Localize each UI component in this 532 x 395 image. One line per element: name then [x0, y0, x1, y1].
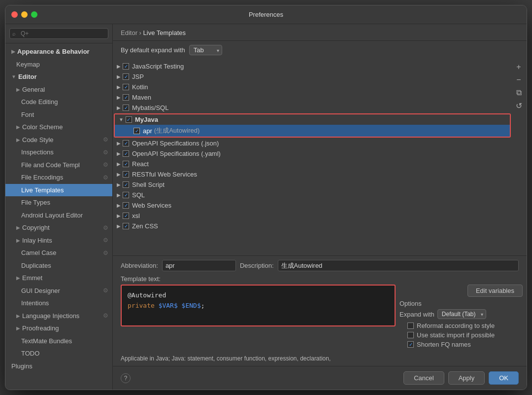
group-checkbox[interactable] — [123, 150, 129, 157]
static-import-checkbox[interactable] — [407, 332, 414, 338]
sidebar-item-gui-designer[interactable]: GUI Designer ⚙ — [5, 285, 112, 297]
ok-button[interactable]: OK — [489, 371, 519, 385]
right-options: Edit variables Options Expand with Defau… — [399, 285, 523, 349]
expand-with-options-select[interactable]: Default (Tab) Tab Enter Space — [437, 309, 486, 319]
chevron-right-icon: ▶ — [117, 141, 121, 146]
sidebar-item-language-injections[interactable]: ▶ Language Injections ⚙ — [5, 310, 112, 323]
reformat-checkbox[interactable] — [407, 323, 414, 329]
options-label: Options — [399, 300, 523, 307]
close-button[interactable] — [11, 11, 18, 18]
sidebar-item-inlay-hints[interactable]: ▶ Inlay Hints ⚙ — [5, 234, 112, 247]
sidebar-item-intentions[interactable]: Intentions — [5, 297, 112, 310]
list-item[interactable]: ▶ React — [113, 159, 512, 169]
sidebar-item-editor[interactable]: ▼ Editor — [5, 71, 112, 83]
sidebar-item-code-style[interactable]: ▶ Code Style ⚙ — [5, 134, 112, 146]
list-item[interactable]: ▶ OpenAPI Specifications (.json) — [113, 138, 512, 148]
sidebar-item-textmate[interactable]: TextMate Bundles — [5, 335, 112, 348]
sidebar-item-camel-case[interactable]: Camel Case ⚙ — [5, 247, 112, 259]
sidebar-item-android-layout[interactable]: Android Layout Editor — [5, 209, 112, 222]
group-checkbox[interactable] — [123, 202, 129, 209]
sidebar-item-plugins[interactable]: Plugins — [5, 360, 112, 373]
chevron-right-icon: ▶ — [117, 74, 121, 79]
apply-button[interactable]: Apply — [448, 371, 485, 385]
group-checkbox[interactable] — [123, 73, 129, 80]
group-checkbox[interactable] — [123, 192, 129, 198]
remove-button[interactable]: − — [513, 74, 525, 86]
list-item[interactable]: ▶ OpenAPI Specifications (.yaml) — [113, 148, 512, 159]
edit-variables-button[interactable]: Edit variables — [467, 285, 523, 297]
item-checkbox[interactable] — [133, 128, 140, 134]
abbreviation-input[interactable] — [162, 260, 236, 271]
chevron-right-icon: ▶ — [16, 324, 20, 332]
list-item[interactable]: ▶ Mybatis/SQL — [113, 103, 512, 113]
expand-with-select[interactable]: Tab Enter Space — [189, 45, 222, 55]
list-item[interactable]: ▼ MyJava — [115, 114, 510, 125]
list-item[interactable]: ▶ Shell Script — [113, 180, 512, 190]
reformat-label: Reformat according to style — [417, 322, 495, 329]
shorten-fq-checkbox[interactable] — [407, 341, 414, 348]
sidebar-item-live-templates[interactable]: Live Templates — [5, 184, 112, 197]
sidebar-item-duplicates[interactable]: Duplicates — [5, 259, 112, 272]
group-checkbox[interactable] — [123, 84, 129, 90]
sidebar-item-file-types[interactable]: File Types — [5, 196, 112, 209]
template-code-options: @Autowired private $VAR$ $END$; Edit var… — [113, 285, 527, 349]
group-checkbox[interactable] — [123, 63, 129, 70]
copy-button[interactable]: ⧉ — [513, 87, 525, 99]
list-item[interactable]: ▶ Web Services — [113, 200, 512, 211]
nav-items: ▶ Appearance & Behavior Keymap ▼ Editor … — [5, 43, 112, 390]
group-checkbox[interactable] — [126, 116, 132, 123]
sidebar-item-font[interactable]: Font — [5, 108, 112, 121]
group-checkbox[interactable] — [123, 140, 129, 146]
minimize-button[interactable] — [21, 11, 28, 18]
group-checkbox[interactable] — [123, 213, 129, 219]
code-keyword: private — [128, 302, 159, 309]
list-item[interactable]: apr (生成Autowired) — [115, 125, 510, 137]
sidebar-item-general[interactable]: ▶ General — [5, 83, 112, 96]
chevron-right-icon: ▶ — [11, 48, 15, 55]
list-item[interactable]: ▶ JavaScript Testing — [113, 61, 512, 72]
group-checkbox[interactable] — [123, 105, 129, 111]
list-item[interactable]: ▶ Zen CSS — [113, 221, 512, 231]
shorten-fq-checkbox-row: Shorten FQ names — [399, 340, 523, 349]
list-item[interactable]: ▶ xsl — [113, 211, 512, 221]
sidebar-item-color-scheme[interactable]: ▶ Color Scheme — [5, 121, 112, 134]
sidebar-item-copyright[interactable]: ▶ Copyright ⚙ — [5, 221, 112, 234]
sidebar-item-file-encodings[interactable]: File Encodings ⚙ — [5, 171, 112, 184]
abbreviation-label: Abbreviation: — [121, 262, 158, 269]
help-button[interactable]: ? — [121, 373, 131, 383]
gear-icon: ⚙ — [103, 148, 108, 157]
description-input[interactable] — [278, 260, 519, 271]
chevron-right-icon: ▶ — [117, 192, 121, 198]
right-panel: Editor › Live Templates By default expan… — [113, 24, 527, 390]
add-button[interactable]: + — [513, 61, 525, 73]
shorten-fq-label: Shorten FQ names — [417, 341, 471, 348]
sidebar-item-proofreading[interactable]: ▶ Proofreading — [5, 322, 112, 335]
reset-button[interactable]: ↺ — [513, 100, 525, 111]
sidebar-item-emmet[interactable]: ▶ Emmet — [5, 272, 112, 285]
bottom-panel: Abbreviation: Description: Template text… — [113, 255, 527, 366]
sidebar-item-appearance[interactable]: ▶ Appearance & Behavior — [5, 45, 112, 58]
sidebar-item-code-editing[interactable]: Code Editing — [5, 96, 112, 108]
chevron-right-icon: ▶ — [16, 312, 20, 320]
sidebar-item-keymap[interactable]: Keymap — [5, 58, 112, 71]
list-item[interactable]: ▶ Maven — [113, 92, 512, 103]
group-checkbox[interactable] — [123, 223, 129, 229]
cancel-button[interactable]: Cancel — [403, 371, 444, 385]
search-input[interactable] — [9, 28, 108, 39]
group-checkbox[interactable] — [123, 171, 129, 178]
list-item[interactable]: ▶ Kotlin — [113, 82, 512, 92]
group-checkbox[interactable] — [123, 94, 129, 101]
expand-with-label: By default expand with — [121, 46, 185, 54]
sidebar-item-todo[interactable]: TODO — [5, 347, 112, 360]
list-item[interactable]: ▶ SQL — [113, 190, 512, 200]
list-item[interactable]: ▶ RESTful Web Services — [113, 169, 512, 180]
group-checkbox[interactable] — [123, 181, 129, 188]
maximize-button[interactable] — [31, 11, 37, 18]
chevron-right-icon: ▶ — [117, 84, 121, 90]
group-checkbox[interactable] — [123, 161, 129, 167]
chevron-right-icon: ▶ — [16, 86, 20, 93]
template-code-area[interactable]: @Autowired private $VAR$ $END$; — [121, 285, 396, 326]
sidebar-item-inspections[interactable]: Inspections ⚙ — [5, 146, 112, 159]
list-item[interactable]: ▶ JSP — [113, 72, 512, 82]
sidebar-item-file-code-templ[interactable]: File and Code Templ ⚙ — [5, 159, 112, 172]
